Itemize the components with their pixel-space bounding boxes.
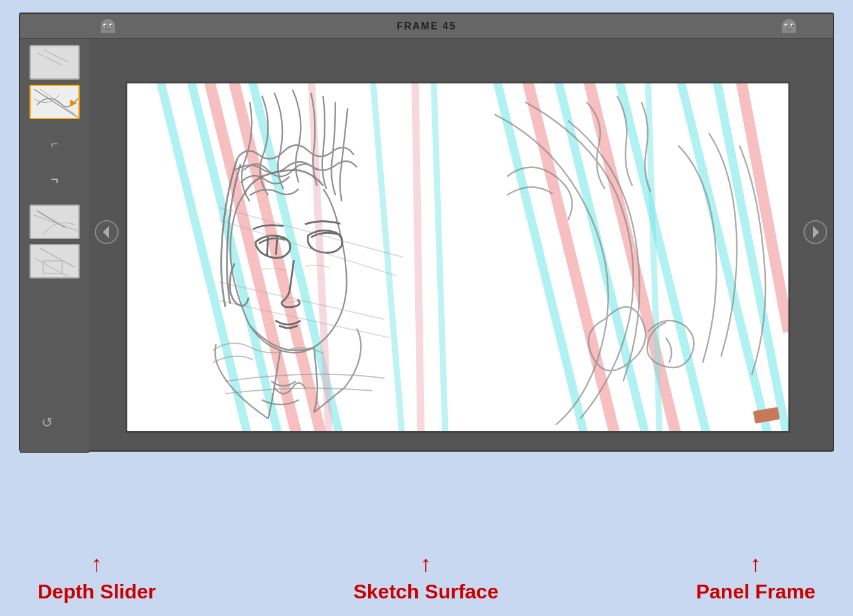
sketch-surface-label: Sketch Surface — [353, 580, 498, 603]
svg-point-5 — [105, 24, 106, 26]
nav-arrow-right-button[interactable] — [803, 220, 828, 245]
sketch-surface-arrow: ↑ — [420, 553, 432, 575]
ghost-icon-left — [95, 17, 120, 42]
thumbnail-3[interactable] — [29, 204, 80, 239]
svg-line-50 — [267, 237, 268, 256]
panel-frame-arrow: ↑ — [750, 553, 761, 575]
nav-arrow-left-button[interactable] — [94, 220, 119, 245]
thumb-inner-1 — [31, 46, 78, 78]
depth-slider-label: Depth Slider — [38, 580, 156, 603]
undo-button[interactable]: ↺ — [36, 412, 58, 434]
sketch-surface-label-group: ↑ Sketch Surface — [353, 553, 498, 603]
svg-rect-14 — [31, 46, 80, 80]
sketch-surface[interactable] — [125, 82, 790, 433]
ghost-right-icon — [779, 17, 799, 37]
svg-point-13 — [792, 24, 793, 26]
svg-point-6 — [110, 24, 112, 26]
left-sidebar: ▶ ⌐ ¬ — [20, 39, 89, 453]
ghost-icon-right — [776, 17, 802, 42]
bracket-bottom: ¬ — [51, 173, 58, 187]
sketch-drawing — [127, 83, 788, 431]
depth-slider-label-group: ↑ Depth Slider — [38, 553, 156, 603]
labels-area: ↑ Depth Slider ↑ Sketch Surface ↑ Panel … — [0, 553, 853, 603]
panel-frame-label: Panel Frame — [696, 580, 815, 603]
svg-point-12 — [786, 24, 787, 26]
ghost-left-icon — [98, 17, 118, 37]
thumb-inner-4 — [31, 245, 78, 277]
thumb-inner-3 — [31, 206, 78, 238]
top-bar: FRAME 45 — [20, 14, 833, 39]
thumbnail-1[interactable] — [29, 45, 80, 80]
thumb-inner-2: ▶ — [31, 86, 78, 118]
svg-rect-20 — [31, 206, 80, 239]
depth-slider-arrow: ↑ — [91, 553, 102, 575]
thumbnail-4[interactable] — [29, 244, 80, 279]
thumb-play-icon: ▶ — [70, 97, 77, 107]
frame-title: FRAME 45 — [396, 21, 456, 32]
bracket-top: ⌐ — [51, 137, 58, 151]
thumbnail-2[interactable]: ▶ — [29, 85, 80, 119]
app-window: FRAME 45 — [19, 13, 834, 452]
panel-frame-label-group: ↑ Panel Frame — [696, 553, 815, 603]
